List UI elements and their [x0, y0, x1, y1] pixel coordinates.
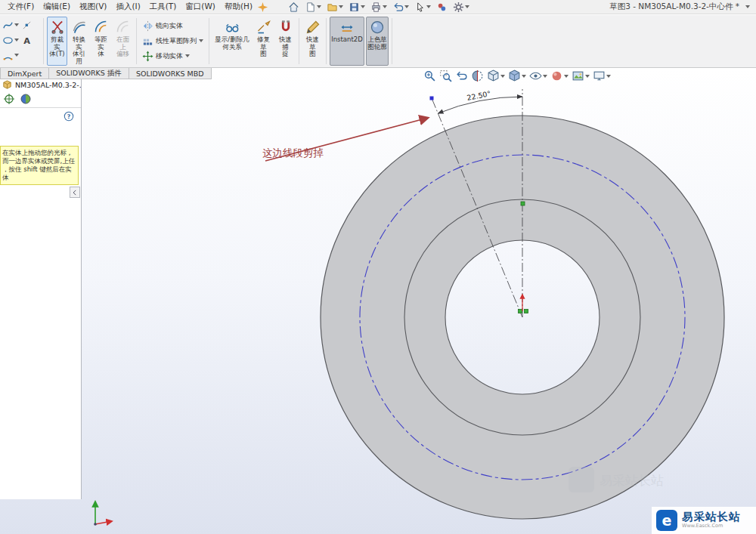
- linear-sketch-pattern-button[interactable]: 线性草图阵列: [139, 33, 206, 48]
- move-entities-button[interactable]: 移动实体: [139, 48, 206, 63]
- coordinate-triad: [94, 502, 112, 526]
- zoom-fit-icon[interactable]: [423, 69, 436, 82]
- appearance-beads-icon[interactable]: [436, 2, 448, 13]
- heads-up-view-toolbar: [423, 69, 611, 82]
- chevron-down-icon[interactable]: [339, 5, 343, 8]
- chevron-down-icon[interactable]: [745, 5, 750, 8]
- quick-snaps-icon: [278, 20, 293, 35]
- convert-entities-button[interactable]: 转换实 体引用: [69, 17, 89, 66]
- svg-text:A: A: [23, 35, 30, 45]
- display-style-icon[interactable]: [508, 69, 521, 82]
- tab-dimxpert[interactable]: DimXpert: [0, 68, 49, 79]
- repair-sketch-button[interactable]: 修复草 图: [253, 17, 274, 66]
- display-relations-icon: [225, 20, 240, 35]
- home-icon[interactable]: [288, 2, 299, 13]
- chevron-down-icon[interactable]: [465, 5, 469, 8]
- rapid-sketch-button[interactable]: 快速草 图: [302, 17, 323, 66]
- menu-bar: 文件(F) 编辑(E) 视图(V) 插入(I) 工具(T) 窗口(W) 帮助(H…: [0, 0, 756, 14]
- menu-help[interactable]: 帮助(H): [220, 0, 257, 14]
- previous-view-icon[interactable]: [455, 69, 468, 82]
- menu-window[interactable]: 窗口(W): [181, 0, 220, 14]
- chevron-down-icon[interactable]: [404, 5, 409, 8]
- chevron-down-icon[interactable]: [317, 5, 321, 8]
- chevron-down-icon[interactable]: [361, 5, 365, 8]
- menu-edit[interactable]: 编辑(E): [39, 0, 75, 14]
- save-icon[interactable]: [349, 2, 360, 13]
- tab-solidworks-addins[interactable]: SOLIDWORKS 插件: [48, 68, 129, 79]
- chevron-down-icon[interactable]: [185, 54, 190, 57]
- zoom-area-icon[interactable]: [439, 69, 452, 82]
- annotation-text: 这边线段剪掉: [262, 147, 324, 159]
- point-tool-icon[interactable]: [21, 20, 33, 31]
- ellipse-tool-icon[interactable]: [2, 35, 14, 46]
- quick-snaps-button[interactable]: 快速捕 捉: [275, 17, 296, 66]
- feature-manager-panel: NM305AL-M0.3-2-... ? 在实体上拖动您的光标 , 而一边界实体…: [0, 79, 82, 499]
- chevron-down-icon[interactable]: [564, 75, 569, 78]
- shaded-sketch-contours-button[interactable]: 上色草 图轮廓: [366, 17, 389, 66]
- chevron-down-icon[interactable]: [585, 75, 590, 78]
- tab-solidworks-mbd[interactable]: SOLIDWORKS MBD: [129, 68, 212, 79]
- instant2d-button[interactable]: Instant2D: [330, 17, 364, 66]
- part-icon: [2, 79, 13, 91]
- view-settings-icon[interactable]: [593, 69, 606, 82]
- menu-file[interactable]: 文件(F): [3, 0, 39, 14]
- trim-tool-message: 在实体上拖动您的光标 , 而一边界实体或荧屏,上任 ，按住 shift 键然后在…: [0, 146, 79, 185]
- chevron-down-icon[interactable]: [426, 5, 431, 8]
- chevron-down-icon[interactable]: [500, 75, 505, 78]
- menu-insert[interactable]: 插入(I): [111, 0, 144, 14]
- chevron-down-icon[interactable]: [522, 75, 526, 78]
- watermark-name: 易采站长站: [682, 511, 741, 523]
- chevron-down-icon[interactable]: [606, 75, 611, 78]
- trim-icon: [50, 20, 65, 35]
- section-view-icon[interactable]: [471, 69, 484, 82]
- sparkle-icon: [257, 2, 268, 13]
- shaded-contours-icon: [370, 20, 385, 35]
- menu-tools[interactable]: 工具(T): [145, 0, 181, 14]
- convert-entities-icon: [72, 20, 87, 35]
- feature-tree-root[interactable]: NM305AL-M0.3-2-...: [0, 79, 81, 91]
- line-endpoint[interactable]: [430, 97, 434, 100]
- offset-entities-button[interactable]: 等距实 体: [91, 17, 111, 66]
- trim-entities-button[interactable]: 剪裁实 体(T): [47, 17, 67, 66]
- sketch-point[interactable]: [525, 310, 528, 313]
- chevron-down-icon[interactable]: [383, 5, 387, 8]
- edit-appearance-icon[interactable]: [550, 69, 563, 82]
- angle-dimension[interactable]: 22.50°: [466, 89, 491, 102]
- svg-text:易采站长站: 易采站长站: [600, 473, 664, 488]
- hide-show-items-icon[interactable]: [529, 69, 542, 82]
- chevron-down-icon[interactable]: [14, 54, 19, 57]
- quick-access-toolbar: [288, 2, 469, 13]
- chevron-down-icon[interactable]: [14, 23, 19, 26]
- new-document-icon[interactable]: [305, 2, 316, 13]
- view-orientation-icon[interactable]: [487, 69, 500, 82]
- arc-tool-icon[interactable]: [2, 50, 14, 61]
- menu-view[interactable]: 视图(V): [75, 0, 111, 14]
- chevron-down-icon[interactable]: [199, 39, 203, 42]
- options-gear-icon[interactable]: [453, 2, 464, 13]
- spline-icon[interactable]: [2, 20, 14, 31]
- sketch-tools-column: A: [0, 15, 41, 67]
- open-folder-icon[interactable]: [327, 2, 338, 13]
- move-icon: [142, 51, 153, 62]
- chevron-left-icon: [71, 189, 79, 196]
- sketch-canvas[interactable]: 22.50° 这边线段剪掉 易采站长站: [0, 68, 756, 534]
- text-tool-icon[interactable]: A: [21, 35, 33, 46]
- svg-text:?: ?: [67, 113, 71, 120]
- pattern-tools-column: 镜向实体 线性草图阵列 移动实体: [139, 15, 206, 67]
- chevron-down-icon[interactable]: [14, 39, 19, 42]
- undo-icon[interactable]: [392, 2, 404, 13]
- select-cursor-icon[interactable]: [414, 2, 426, 13]
- property-manager-tab-icon[interactable]: [3, 93, 15, 105]
- display-manager-tab-icon[interactable]: [20, 93, 32, 105]
- display-delete-relations-button[interactable]: 显示/删除几 何关系: [212, 17, 252, 66]
- print-icon[interactable]: [370, 2, 382, 13]
- panel-collapse-button[interactable]: [70, 187, 80, 198]
- graphics-area[interactable]: 22.50° 这边线段剪掉 易采站长站: [0, 68, 756, 534]
- mirror-entities-button[interactable]: 镜向实体: [139, 18, 206, 33]
- help-icon[interactable]: ?: [64, 110, 74, 121]
- document-title: 草图3 - NM305AL-M0.3-2-中心件 *: [609, 2, 756, 12]
- sketch-point[interactable]: [521, 202, 525, 205]
- apply-scene-icon[interactable]: [572, 69, 584, 82]
- sketch-point[interactable]: [519, 310, 522, 313]
- chevron-down-icon[interactable]: [543, 75, 547, 78]
